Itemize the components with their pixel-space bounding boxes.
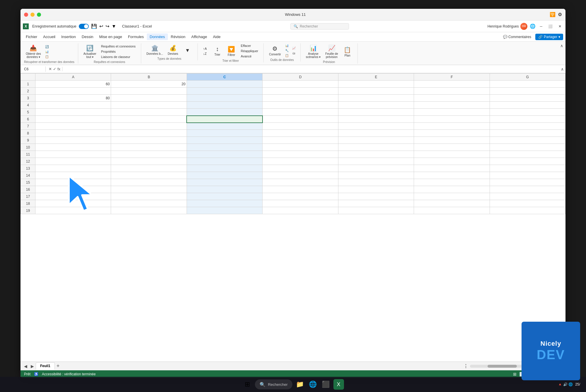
cell-G2[interactable] — [490, 88, 565, 95]
taskbar-explorer-btn[interactable]: 📁 — [295, 379, 305, 390]
cell-B9[interactable] — [111, 137, 187, 144]
menu-aide[interactable]: Aide — [210, 33, 224, 40]
close-window-btn[interactable]: ✕ — [557, 23, 563, 29]
cell-C16[interactable] — [187, 186, 262, 193]
cell-E13[interactable] — [338, 165, 414, 172]
sheet-options-icon[interactable]: ⋮ — [464, 363, 468, 369]
plan-btn[interactable]: 📋 Plan — [341, 45, 354, 58]
cell-D14[interactable] — [263, 172, 338, 179]
col-header-D[interactable]: D — [263, 74, 338, 81]
cell-E10[interactable] — [338, 144, 414, 151]
cell-A13[interactable] — [35, 165, 111, 172]
cell-D3[interactable] — [263, 95, 338, 102]
reappliquer-btn[interactable]: Réappliquer — [239, 49, 260, 53]
col-header-B[interactable]: B — [111, 74, 187, 81]
add-sheet-btn[interactable]: + — [55, 363, 62, 369]
search-bar[interactable]: 🔍 Rechercher — [290, 23, 349, 30]
cell-B7[interactable] — [111, 123, 187, 130]
cell-D6[interactable] — [263, 116, 338, 123]
outils4-btn[interactable]: 📋 — [284, 53, 290, 58]
cell-G17[interactable] — [490, 193, 565, 200]
cell-F3[interactable] — [414, 95, 490, 102]
col-header-E[interactable]: E — [338, 74, 414, 81]
cell-F9[interactable] — [414, 137, 490, 144]
sheet-grid[interactable]: A B C D E F G 1 60 20 — [21, 73, 565, 362]
cell-G7[interactable] — [490, 123, 565, 130]
cell-A15[interactable] — [35, 179, 111, 186]
comments-btn[interactable]: 💬 Commentaires — [501, 34, 533, 40]
cell-D8[interactable] — [263, 130, 338, 137]
requetes-connexions-btn[interactable]: Requêtes et connexions — [99, 44, 137, 49]
cell-A14[interactable] — [35, 172, 111, 179]
cell-C2[interactable] — [187, 88, 262, 95]
cell-G9[interactable] — [490, 137, 565, 144]
cell-E3[interactable] — [338, 95, 414, 102]
menu-revision[interactable]: Révision — [168, 33, 188, 40]
undo-icon[interactable]: ↩ — [99, 23, 103, 29]
cell-B13[interactable] — [111, 165, 187, 172]
cell-C4[interactable] — [187, 102, 262, 109]
cell-C11[interactable] — [187, 151, 262, 158]
sort-az-btn[interactable]: ↑A — [201, 46, 209, 51]
cell-E1[interactable] — [338, 81, 414, 88]
col-header-F[interactable]: F — [414, 74, 490, 81]
cell-B19[interactable] — [111, 207, 187, 214]
cell-E14[interactable] — [338, 172, 414, 179]
liaisons-btn[interactable]: Liaisons de classeur — [99, 54, 137, 59]
cell-E6[interactable] — [338, 116, 414, 123]
cell-C19[interactable] — [187, 207, 262, 214]
normal-view-btn[interactable]: ⊞ — [513, 372, 517, 376]
cell-C7[interactable] — [187, 123, 262, 130]
donnees-btn[interactable]: 🏛️ Données b... — [145, 43, 165, 57]
taskbar-search-bar[interactable]: 🔍 Rechercher — [255, 379, 292, 389]
cell-A18[interactable] — [35, 200, 111, 207]
cell-A11[interactable] — [35, 151, 111, 158]
cell-E17[interactable] — [338, 193, 414, 200]
col-header-A[interactable]: A — [35, 74, 111, 81]
cell-E7[interactable] — [338, 123, 414, 130]
minimize-window-btn[interactable]: ─ — [538, 23, 544, 29]
cell-A9[interactable] — [35, 137, 111, 144]
cell-A7[interactable] — [35, 123, 111, 130]
cell-F18[interactable] — [414, 200, 490, 207]
cell-C10[interactable] — [187, 144, 262, 151]
save-icon[interactable]: 💾 — [91, 23, 97, 29]
taskbar-edge-btn[interactable]: 🌐 — [308, 379, 318, 390]
outils6-btn[interactable]: 🗂 — [291, 51, 297, 55]
cell-A6[interactable] — [35, 116, 111, 123]
formula-check-icon[interactable]: ✕ — [49, 67, 52, 71]
cell-D16[interactable] — [263, 186, 338, 193]
actualiser-btn[interactable]: 🔃 Actualisertout ▾ — [82, 43, 98, 60]
cell-D18[interactable] — [263, 200, 338, 207]
cell-C18[interactable] — [187, 200, 262, 207]
cell-B18[interactable] — [111, 200, 187, 207]
autosave-toggle[interactable] — [79, 24, 89, 29]
cell-C17[interactable] — [187, 193, 262, 200]
cell-B15[interactable] — [111, 179, 187, 186]
outils5-btn[interactable]: 📈 — [291, 46, 297, 50]
cell-B8[interactable] — [111, 130, 187, 137]
menu-dessin[interactable]: Dessin — [79, 33, 96, 40]
feuille-prevision-btn[interactable]: 📈 Feuille deprévision — [323, 43, 340, 60]
cell-E4[interactable] — [338, 102, 414, 109]
cell-C1[interactable] — [187, 81, 262, 88]
menu-mise-en-page[interactable]: Mise en page — [96, 33, 125, 40]
cell-F12[interactable] — [414, 158, 490, 165]
cell-F17[interactable] — [414, 193, 490, 200]
cell-C14[interactable] — [187, 172, 262, 179]
cell-A1[interactable]: 60 — [35, 81, 111, 88]
cell-D5[interactable] — [263, 109, 338, 116]
cell-G8[interactable] — [490, 130, 565, 137]
cell-E12[interactable] — [338, 158, 414, 165]
cell-G11[interactable] — [490, 151, 565, 158]
avance-btn[interactable]: Avancé — [239, 54, 260, 59]
cell-F2[interactable] — [414, 88, 490, 95]
cell-F10[interactable] — [414, 144, 490, 151]
cell-A17[interactable] — [35, 193, 111, 200]
cell-C9[interactable] — [187, 137, 262, 144]
cell-D1[interactable] — [263, 81, 338, 88]
formula-input[interactable] — [64, 67, 560, 72]
cell-D9[interactable] — [263, 137, 338, 144]
cell-F4[interactable] — [414, 102, 490, 109]
cell-F16[interactable] — [414, 186, 490, 193]
